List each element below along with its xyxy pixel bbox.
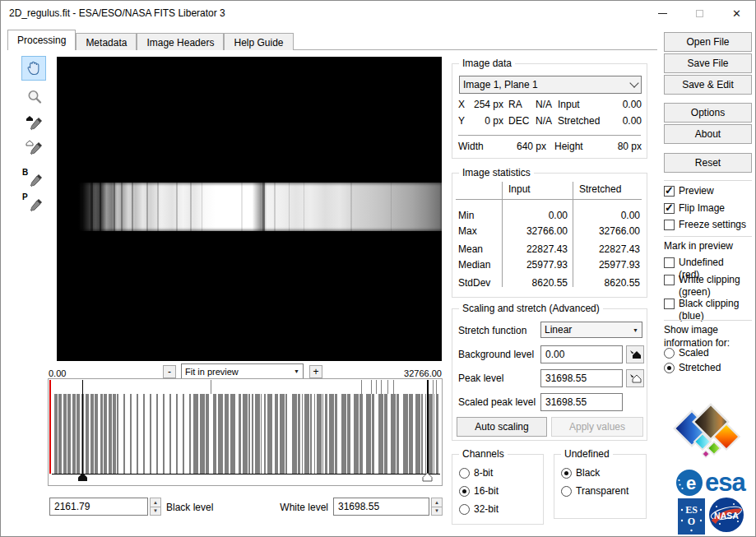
black-level-input[interactable]: 2161.79: [49, 498, 148, 516]
auto-scaling-button[interactable]: Auto scaling: [457, 417, 547, 437]
white-level-input[interactable]: 31698.55: [333, 498, 429, 516]
chevron-down-icon: ▼: [290, 368, 299, 374]
histogram-range-select[interactable]: Fit in preview ▼: [181, 363, 304, 379]
radio-icon[interactable]: [664, 363, 675, 373]
tab-help-guide[interactable]: Help Guide: [224, 33, 293, 50]
mark-option-white-clipping-green-[interactable]: White clipping (green): [664, 274, 747, 299]
mark-option-black-clipping-blue-[interactable]: Black clipping (blue): [664, 298, 747, 322]
stepper-up-icon[interactable]: ▲: [150, 498, 161, 507]
checkbox-icon[interactable]: [664, 220, 675, 230]
reset-button[interactable]: Reset: [664, 153, 752, 173]
checkbox-icon[interactable]: [664, 186, 675, 197]
background-picker-tool-button[interactable]: [22, 111, 47, 136]
stat-input-stddev: 8620.55: [505, 277, 568, 289]
histogram-gap: [62, 394, 63, 474]
stepper-down-icon[interactable]: ▼: [431, 507, 443, 516]
undefined-option-black[interactable]: Black: [561, 467, 600, 479]
channel-32-bit[interactable]: 32-bit: [459, 503, 499, 516]
show-info-option-scaled[interactable]: Scaled: [664, 347, 709, 359]
view-option-preview[interactable]: Preview: [664, 185, 714, 197]
histogram-gap: [300, 394, 302, 474]
peak-picker-tool-button[interactable]: [22, 136, 47, 160]
scaled-peak-level-input[interactable]: 31698.55: [540, 393, 623, 411]
tab-processing[interactable]: Processing: [7, 30, 76, 50]
black-level-label: Black level: [166, 502, 213, 513]
options-button[interactable]: Options: [664, 103, 752, 123]
tab-bar: ProcessingMetadataImage HeadersHelp Guid…: [7, 31, 294, 50]
tab-image-headers[interactable]: Image Headers: [137, 33, 224, 50]
histogram-canvas[interactable]: [48, 378, 443, 486]
scaled-peak-level-label: Scaled peak level: [458, 396, 536, 408]
radio-icon[interactable]: [459, 468, 470, 479]
radio-icon[interactable]: [459, 486, 470, 497]
absorption-line: [350, 183, 352, 231]
channel-8-bit[interactable]: 8-bit: [459, 467, 493, 479]
radio-icon[interactable]: [561, 468, 572, 479]
absorption-line: [146, 183, 148, 231]
histogram-zoom-out-button[interactable]: -: [163, 365, 176, 378]
absorption-line: [190, 183, 192, 231]
absorption-line: [241, 183, 243, 231]
absorption-line: [304, 183, 305, 231]
histogram-gap: [99, 394, 100, 474]
hand-tool-button[interactable]: [21, 56, 46, 81]
save-edit-button[interactable]: Save & Edit: [664, 75, 752, 95]
checkbox-icon[interactable]: [664, 299, 675, 309]
undefined-group: Undefined BlackTransparent: [554, 454, 647, 519]
zoom-tool-button[interactable]: [22, 85, 47, 109]
white-level-marker[interactable]: [422, 473, 433, 482]
white-level-label: White level: [279, 502, 328, 513]
eso-logo-icon: ES O: [678, 498, 705, 535]
stat-label-median: Median: [458, 259, 490, 271]
absorption-line: [202, 183, 203, 231]
black-level-stepper[interactable]: ▲▼: [150, 498, 161, 516]
white-level-stepper[interactable]: ▲▼: [431, 498, 443, 516]
black-level-marker[interactable]: [77, 473, 88, 482]
ra-label: RA: [508, 99, 522, 110]
absorption-line: [289, 183, 290, 231]
histogram-tick: [361, 380, 362, 394]
radio-icon[interactable]: [561, 486, 572, 497]
stretch-function-select[interactable]: Linear ▼: [540, 322, 642, 338]
close-button[interactable]: ✕: [718, 2, 755, 25]
histogram-baseline: [52, 474, 440, 475]
show-info-option-stretched[interactable]: Stretched: [664, 362, 721, 374]
open-file-button[interactable]: Open File: [664, 32, 752, 52]
black-marker-icon: [629, 350, 642, 359]
black-level-picker-tool-button[interactable]: B: [22, 168, 47, 192]
dec-value: N/A: [525, 115, 552, 127]
view-option-freeze-settings[interactable]: Freeze settings: [664, 219, 746, 231]
absorption-line: [132, 183, 133, 231]
plane-select[interactable]: Image 1, Plane 1: [459, 76, 642, 94]
histogram-gap: [337, 394, 340, 474]
radio-icon[interactable]: [459, 504, 470, 515]
radio-icon[interactable]: [664, 348, 675, 359]
checkbox-icon[interactable]: [664, 275, 675, 285]
background-level-input[interactable]: 0.00: [540, 345, 623, 363]
white-level-picker-tool-button[interactable]: P: [22, 192, 47, 217]
stepper-up-icon[interactable]: ▲: [431, 498, 443, 507]
undefined-option-transparent[interactable]: Transparent: [561, 485, 628, 498]
stepper-down-icon[interactable]: ▼: [150, 507, 161, 516]
histogram-gap: [434, 394, 436, 474]
histogram-gap: [262, 394, 264, 474]
checkbox-icon[interactable]: [664, 203, 675, 214]
white-level-tool-label: P: [22, 192, 28, 201]
save-file-button[interactable]: Save File: [664, 53, 752, 73]
image-preview[interactable]: [57, 57, 442, 361]
channel-label: 32-bit: [470, 503, 499, 516]
checkbox-icon[interactable]: [664, 257, 675, 268]
histogram-gap: [250, 394, 252, 474]
peak-level-input[interactable]: 31698.55: [540, 369, 623, 387]
minimize-button[interactable]: [644, 2, 681, 25]
tab-metadata[interactable]: Metadata: [76, 33, 137, 50]
mark-option-label: White clipping (green): [675, 274, 747, 299]
background-marker-button[interactable]: [626, 345, 644, 363]
absorption-line: [274, 183, 276, 231]
peak-marker-button[interactable]: [626, 369, 644, 387]
nasa-logo-icon: NASA: [708, 497, 744, 533]
channel-16-bit[interactable]: 16-bit: [459, 485, 499, 498]
about-button[interactable]: About: [664, 124, 752, 144]
view-option-flip-image[interactable]: Flip Image: [664, 202, 725, 215]
histogram-zoom-in-button[interactable]: +: [309, 365, 322, 378]
